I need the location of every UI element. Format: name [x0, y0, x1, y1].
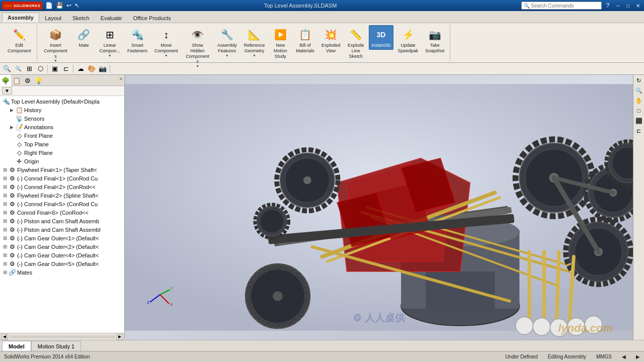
tree-annotations[interactable]: ▶ 📝 Annotations: [0, 123, 124, 131]
display-tab[interactable]: 💡: [33, 75, 44, 86]
tree-cam-gear-4[interactable]: ⊞ ⚙ (-) Cam Gear Outer<4> (Default<: [0, 251, 124, 259]
status-nav-right[interactable]: ▶: [636, 354, 640, 359]
assembly-features-btn[interactable]: 🔧 AssemblyFeatures ▼: [215, 25, 239, 59]
minimize-btn[interactable]: ─: [614, 2, 622, 9]
linear-component-btn[interactable]: ⊞ LinearCompon... ▼: [97, 25, 123, 59]
cg5-plus[interactable]: ⊞: [3, 261, 7, 266]
select-icon[interactable]: ↖: [74, 2, 79, 9]
help-btn[interactable]: ?: [604, 2, 612, 9]
edit-component-btn[interactable]: ✏️ EditComponent: [5, 25, 34, 55]
tree-flywheel-1[interactable]: ⊞ ⚙ Flywheel Final<1> (Taper Shaft<: [0, 165, 124, 174]
cr5-plus[interactable]: ⊞: [3, 201, 7, 207]
zoom-in-icon[interactable]: 🔍: [2, 64, 12, 74]
status-nav-left[interactable]: ◀: [622, 354, 626, 359]
cr1-plus[interactable]: ⊞: [3, 175, 7, 181]
new-motion-btn[interactable]: ▶️ NewMotionStudy: [269, 25, 291, 60]
front-view-btn[interactable]: □: [634, 106, 643, 115]
display-style-icon[interactable]: ▣: [50, 64, 60, 74]
tree-sensors[interactable]: 📡 Sensors: [0, 114, 124, 123]
solidworks-logo: 3DS SOLIDWORKS: [2, 2, 42, 10]
history-expand[interactable]: ▶: [8, 107, 15, 114]
move-component-btn[interactable]: ↕️ MoveComponent ▼: [152, 25, 181, 59]
annotations-expand[interactable]: ▶: [8, 124, 15, 131]
view-orient-icon[interactable]: ⬡: [35, 64, 45, 74]
property-tab[interactable]: 📋: [11, 75, 22, 86]
p2-plus[interactable]: ⊞: [3, 227, 7, 232]
scroll-track[interactable]: [9, 335, 115, 338]
tree-scroll[interactable]: ◀ ▶: [0, 333, 124, 340]
bill-of-materials-btn[interactable]: 📋 Bill ofMaterials: [293, 25, 317, 55]
smart-fasteners-btn[interactable]: 🔩 SmartFasteners: [125, 25, 150, 55]
view-options-icon[interactable]: ☁: [75, 64, 86, 74]
feature-tree[interactable]: 🔩 Top Level Assembly (Default<Displa ▶ 📋…: [0, 96, 124, 333]
tree-piston-2[interactable]: ⊞ ⚙ (-) Piston and Cam Shaft Assembl: [0, 225, 124, 234]
explode-line-btn[interactable]: 📏 ExplodeLineSketch: [345, 25, 367, 60]
tree-cam-gear-5[interactable]: ⊞ ⚙ (-) Cam Gear Outer<5> (Default<: [0, 259, 124, 268]
fw2-plus[interactable]: ⊞: [3, 193, 7, 198]
tree-root[interactable]: 🔩 Top Level Assembly (Default<Displa: [0, 97, 124, 106]
panel-expand-btn[interactable]: »: [117, 75, 124, 85]
tab-layout[interactable]: Layout: [39, 13, 67, 23]
show-hidden-btn[interactable]: 👁️ ShowHiddenComponents ▼: [183, 25, 213, 69]
tab-motion-study[interactable]: Motion Study 1: [31, 341, 81, 351]
restore-btn[interactable]: □: [624, 2, 632, 9]
cr6-plus[interactable]: ⊞: [3, 210, 7, 215]
undo-icon[interactable]: ↩: [66, 2, 71, 9]
scene-icon[interactable]: 📷: [98, 64, 108, 74]
search-bar[interactable]: 🔍 ▼: [521, 2, 602, 10]
tree-conrod-1[interactable]: ⊞ ⚙ (-) Conrod Final<1> (ConRod Cu: [0, 174, 124, 183]
tab-office-products[interactable]: Office Products: [127, 13, 176, 23]
pan-btn[interactable]: ✋: [634, 96, 643, 105]
scroll-right-btn[interactable]: ▶: [116, 334, 123, 340]
feature-tree-tab[interactable]: 🌳: [0, 75, 11, 86]
save-icon[interactable]: 💾: [56, 2, 63, 9]
update-speedpak-btn[interactable]: ⚡ UpdateSpeedpak: [395, 25, 421, 55]
tree-conrod-2[interactable]: ⊞ ⚙ (-) Conrod Final<2> (ConRod<<: [0, 183, 124, 191]
tab-evaluate[interactable]: Evaluate: [95, 13, 128, 23]
section-view-icon[interactable]: ⊏: [61, 64, 71, 74]
cg2-plus[interactable]: ⊞: [3, 244, 7, 249]
zoom-out-icon[interactable]: 🔍: [13, 64, 23, 74]
section-btn[interactable]: ⊏: [634, 126, 643, 135]
appearance-icon[interactable]: 🎨: [87, 64, 97, 74]
cg4-plus[interactable]: ⊞: [3, 252, 7, 258]
scroll-left-btn[interactable]: ◀: [1, 334, 8, 340]
tree-cam-gear-1[interactable]: ⊞ ⚙ (-) Cam Gear Outer<1> (Default<: [0, 234, 124, 242]
mates-plus[interactable]: ⊞: [3, 269, 7, 275]
take-snapshot-btn[interactable]: 📷 TakeSnapshot: [423, 25, 447, 55]
insert-components-btn[interactable]: 📦 InsertComponents ▼: [41, 25, 71, 64]
exploded-view-btn[interactable]: 💥 ExplodedView: [319, 25, 343, 55]
tree-top-plane[interactable]: ◇ Top Plane: [0, 140, 124, 148]
search-input[interactable]: [531, 3, 591, 9]
tree-conrod-6[interactable]: ⊞ ⚙ Conrod Final<6> (ConRod<<: [0, 208, 124, 217]
back-view-btn[interactable]: ⬛: [634, 116, 643, 125]
tab-model[interactable]: Model: [2, 341, 31, 351]
tree-right-plane[interactable]: ◇ Right Plane: [0, 148, 124, 157]
tab-sketch[interactable]: Sketch: [67, 13, 95, 23]
zoom-btn[interactable]: 🔍: [634, 86, 643, 95]
config-tab[interactable]: ⚙: [22, 75, 33, 86]
tree-mates[interactable]: ⊞ 🔗 Mates: [0, 268, 124, 277]
tree-conrod-5[interactable]: ⊞ ⚙ (-) Conrod Final<5> (ConRod Cu: [0, 200, 124, 208]
fw1-plus[interactable]: ⊞: [3, 167, 7, 172]
zoom-fit-icon[interactable]: ⊞: [24, 64, 34, 74]
tree-cam-gear-2[interactable]: ⊞ ⚙ (-) Cam Gear Outer<2> (Default<: [0, 242, 124, 251]
mate-btn[interactable]: 🔗 Mate: [73, 25, 95, 50]
p1-plus[interactable]: ⊞: [3, 218, 7, 224]
viewport[interactable]: Y X Z ⚙ 人人桌供 lynda.com: [125, 75, 633, 340]
tree-piston-1[interactable]: ⊞ ⚙ (-) Piston and Cam Shaft Assemb: [0, 217, 124, 225]
tree-flywheel-2[interactable]: ⊞ ⚙ Flywheel Final<2> (Spline Shaft<: [0, 191, 124, 200]
tree-front-plane[interactable]: ◇ Front Plane: [0, 131, 124, 140]
cg1-plus[interactable]: ⊞: [3, 235, 7, 241]
instant3d-btn[interactable]: 3D Instant3D: [369, 25, 393, 50]
cr2-plus[interactable]: ⊞: [3, 184, 7, 190]
close-btn[interactable]: ✕: [634, 2, 642, 9]
reference-geometry-btn[interactable]: 📐 ReferenceGeometry ▼: [242, 25, 268, 59]
new-icon[interactable]: 📄: [45, 2, 53, 9]
filter-dropdown-btn[interactable]: ▼: [2, 87, 12, 95]
tab-assembly[interactable]: Assembly: [2, 13, 39, 23]
rotate-view-btn[interactable]: ↻: [634, 76, 643, 85]
tree-origin[interactable]: ✛ Origin: [0, 157, 124, 165]
search-dropdown-icon[interactable]: ▼: [592, 4, 596, 8]
tree-history[interactable]: ▶ 📋 History: [0, 106, 124, 114]
